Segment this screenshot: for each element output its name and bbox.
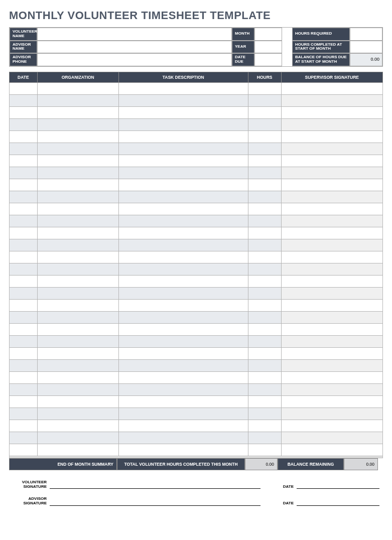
cell-sig[interactable] [281, 143, 382, 155]
cell-sig[interactable] [281, 371, 382, 383]
cell-hours[interactable] [248, 167, 281, 179]
cell-task[interactable] [118, 191, 248, 203]
cell-date[interactable] [10, 251, 38, 263]
cell-hours[interactable] [248, 251, 281, 263]
cell-date[interactable] [10, 287, 38, 299]
cell-date[interactable] [10, 311, 38, 323]
cell-hours[interactable] [248, 275, 281, 287]
cell-sig[interactable] [281, 275, 382, 287]
cell-org[interactable] [37, 371, 118, 383]
cell-date[interactable] [10, 227, 38, 239]
cell-task[interactable] [118, 432, 248, 444]
cell-org[interactable] [37, 287, 118, 299]
cell-hours[interactable] [248, 130, 281, 143]
cell-hours[interactable] [248, 395, 281, 408]
cell-sig[interactable] [281, 215, 382, 227]
cell-sig[interactable] [281, 359, 382, 371]
cell-date[interactable] [10, 371, 38, 383]
field-advisor-name[interactable] [37, 41, 232, 54]
cell-task[interactable] [118, 444, 248, 456]
cell-task[interactable] [118, 395, 248, 408]
cell-task[interactable] [118, 130, 248, 143]
cell-org[interactable] [37, 155, 118, 167]
cell-date[interactable] [10, 323, 38, 335]
cell-org[interactable] [37, 408, 118, 420]
cell-date[interactable] [10, 347, 38, 359]
cell-sig[interactable] [281, 287, 382, 299]
cell-date[interactable] [10, 143, 38, 155]
cell-date[interactable] [10, 275, 38, 287]
cell-date[interactable] [10, 359, 38, 371]
cell-task[interactable] [118, 263, 248, 275]
cell-org[interactable] [37, 275, 118, 287]
cell-org[interactable] [37, 239, 118, 251]
cell-hours[interactable] [248, 239, 281, 251]
cell-hours[interactable] [248, 383, 281, 395]
cell-hours[interactable] [248, 408, 281, 420]
cell-sig[interactable] [281, 323, 382, 335]
cell-sig[interactable] [281, 130, 382, 143]
cell-task[interactable] [118, 94, 248, 106]
cell-sig[interactable] [281, 395, 382, 408]
cell-task[interactable] [118, 323, 248, 335]
cell-org[interactable] [37, 106, 118, 118]
cell-sig[interactable] [281, 347, 382, 359]
cell-date[interactable] [10, 94, 38, 106]
cell-sig[interactable] [281, 432, 382, 444]
cell-org[interactable] [37, 347, 118, 359]
cell-hours[interactable] [248, 287, 281, 299]
field-hours-required[interactable] [350, 28, 382, 41]
cell-org[interactable] [37, 82, 118, 94]
cell-hours[interactable] [248, 106, 281, 118]
cell-task[interactable] [118, 275, 248, 287]
cell-hours[interactable] [248, 82, 281, 94]
cell-task[interactable] [118, 287, 248, 299]
cell-task[interactable] [118, 227, 248, 239]
cell-sig[interactable] [281, 239, 382, 251]
cell-task[interactable] [118, 215, 248, 227]
cell-hours[interactable] [248, 359, 281, 371]
cell-hours[interactable] [248, 191, 281, 203]
cell-sig[interactable] [281, 383, 382, 395]
cell-org[interactable] [37, 167, 118, 179]
cell-org[interactable] [37, 179, 118, 191]
cell-hours[interactable] [248, 371, 281, 383]
cell-task[interactable] [118, 251, 248, 263]
field-advisor-phone[interactable] [37, 53, 232, 66]
cell-date[interactable] [10, 215, 38, 227]
cell-org[interactable] [37, 143, 118, 155]
cell-sig[interactable] [281, 263, 382, 275]
cell-task[interactable] [118, 118, 248, 130]
cell-task[interactable] [118, 106, 248, 118]
cell-task[interactable] [118, 239, 248, 251]
cell-org[interactable] [37, 444, 118, 456]
cell-sig[interactable] [281, 251, 382, 263]
cell-sig[interactable] [281, 179, 382, 191]
cell-org[interactable] [37, 299, 118, 311]
cell-task[interactable] [118, 82, 248, 94]
cell-date[interactable] [10, 106, 38, 118]
cell-hours[interactable] [248, 143, 281, 155]
cell-org[interactable] [37, 203, 118, 215]
cell-task[interactable] [118, 299, 248, 311]
cell-org[interactable] [37, 335, 118, 347]
cell-date[interactable] [10, 155, 38, 167]
cell-org[interactable] [37, 383, 118, 395]
field-date-due[interactable] [254, 53, 282, 66]
cell-hours[interactable] [248, 432, 281, 444]
cell-hours[interactable] [248, 444, 281, 456]
cell-sig[interactable] [281, 106, 382, 118]
cell-date[interactable] [10, 444, 38, 456]
cell-hours[interactable] [248, 179, 281, 191]
cell-sig[interactable] [281, 203, 382, 215]
cell-org[interactable] [37, 251, 118, 263]
cell-date[interactable] [10, 432, 38, 444]
cell-hours[interactable] [248, 420, 281, 432]
cell-task[interactable] [118, 143, 248, 155]
field-volunteer-signature[interactable] [50, 482, 260, 489]
cell-date[interactable] [10, 239, 38, 251]
cell-hours[interactable] [248, 227, 281, 239]
cell-date[interactable] [10, 263, 38, 275]
cell-sig[interactable] [281, 299, 382, 311]
cell-task[interactable] [118, 383, 248, 395]
